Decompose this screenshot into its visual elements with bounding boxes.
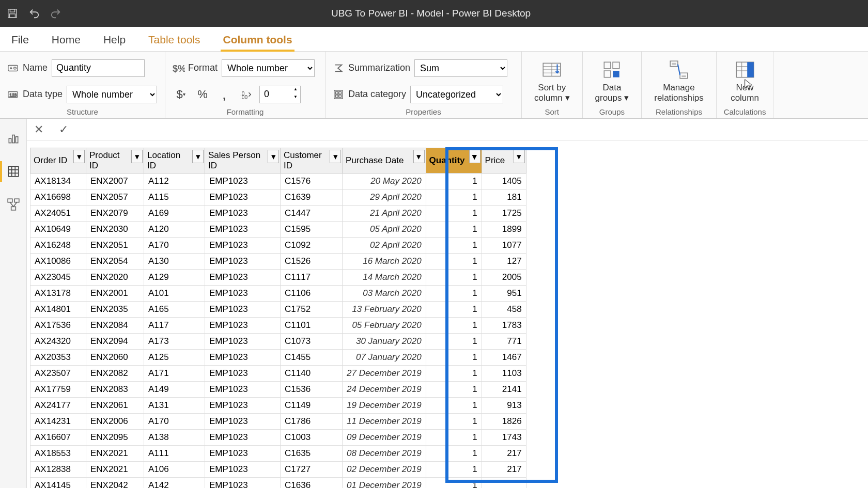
table-row[interactable]: AX17536ENX2084A117EMP1023C110105 Februar… bbox=[30, 318, 526, 334]
svg-rect-21 bbox=[605, 71, 611, 77]
name-input[interactable] bbox=[52, 59, 145, 77]
window-title: UBG To Power BI - Model - Power BI Deskt… bbox=[62, 8, 800, 19]
table-row[interactable]: AX14801ENX2035A165EMP1023C175213 Februar… bbox=[30, 302, 526, 318]
table-row[interactable]: AX18553ENX2021A111EMP1023C163508 Decembe… bbox=[30, 446, 526, 462]
manage-relationships-button[interactable]: Managerelationships bbox=[649, 57, 708, 106]
table-row[interactable]: AX23507ENX2082A171EMP1023C114027 Decembe… bbox=[30, 366, 526, 382]
cell-customer-id: C1455 bbox=[281, 350, 343, 366]
datatype-select[interactable]: Whole number bbox=[67, 86, 157, 103]
cell-location-id: A129 bbox=[144, 270, 205, 286]
table-row[interactable]: AX10086ENX2054A130EMP1023C152616 March 2… bbox=[30, 254, 526, 270]
col-header-purchase-date[interactable]: Purchase Date▾ bbox=[343, 148, 426, 174]
percent-button[interactable]: % bbox=[194, 86, 211, 103]
col-header-product-id[interactable]: Product ID▾ bbox=[86, 148, 144, 174]
cell-sales-person-id: EMP1023 bbox=[205, 286, 281, 302]
cell-product-id: ENX2079 bbox=[86, 206, 144, 222]
tab-column-tools[interactable]: Column tools bbox=[221, 29, 294, 51]
tab-home[interactable]: Home bbox=[50, 29, 83, 51]
nav-report-icon[interactable] bbox=[6, 131, 21, 146]
col-header-order-id[interactable]: Order ID▾ bbox=[30, 148, 86, 174]
cursor-icon bbox=[743, 77, 754, 91]
cell-order-id: AX16607 bbox=[30, 430, 86, 446]
undo-icon[interactable] bbox=[28, 7, 40, 20]
filter-dropdown-icon[interactable]: ▾ bbox=[413, 150, 425, 163]
col-header-price[interactable]: Price▾ bbox=[482, 148, 526, 174]
comma-button[interactable]: , bbox=[216, 86, 233, 103]
save-icon[interactable] bbox=[6, 7, 19, 20]
svg-rect-34 bbox=[9, 138, 11, 143]
formula-accept-button[interactable]: ✓ bbox=[56, 122, 71, 137]
table-row[interactable]: AX20353ENX2060A125EMP1023C145507 January… bbox=[30, 350, 526, 366]
format-select[interactable]: Whole number bbox=[222, 59, 315, 77]
cell-order-id: AX17536 bbox=[30, 318, 86, 334]
col-header-customer-id[interactable]: Customer ID▾ bbox=[281, 148, 343, 174]
cell-order-id: AX13178 bbox=[30, 286, 86, 302]
cell-product-id: ENX2094 bbox=[86, 334, 144, 350]
table-row[interactable]: AX24051ENX2079A169EMP1023C144721 April 2… bbox=[30, 206, 526, 222]
cell-location-id: A170 bbox=[144, 414, 205, 430]
table-row[interactable]: AX17759ENX2083A149EMP1023C153624 Decembe… bbox=[30, 382, 526, 398]
cell-sales-person-id: EMP1023 bbox=[205, 238, 281, 254]
cell-price: 1783 bbox=[482, 318, 526, 334]
data-groups-button[interactable]: Datagroups ▾ bbox=[590, 57, 634, 106]
tab-help[interactable]: Help bbox=[101, 29, 128, 51]
table-row[interactable]: AX16607ENX2095A138EMP1023C100309 Decembe… bbox=[30, 430, 526, 446]
sort-by-column-button[interactable]: Sort bycolumn ▾ bbox=[529, 57, 575, 106]
cell-customer-id: C1635 bbox=[281, 446, 343, 462]
cell-quantity: 1 bbox=[426, 238, 482, 254]
cell-location-id: A120 bbox=[144, 222, 205, 238]
decimals-up[interactable]: ▲ bbox=[291, 87, 300, 95]
col-header-quantity[interactable]: Quantity▾ bbox=[426, 148, 482, 174]
ribbon-group-sort: Sort bycolumn ▾ Sort bbox=[522, 52, 583, 118]
cell-purchase-date: 11 December 2019 bbox=[343, 414, 426, 430]
cell-order-id: AX10649 bbox=[30, 222, 86, 238]
decimal-button[interactable]: .0.00 bbox=[238, 86, 254, 103]
filter-dropdown-icon[interactable]: ▾ bbox=[514, 150, 525, 163]
filter-dropdown-icon[interactable]: ▾ bbox=[268, 150, 279, 163]
table-row[interactable]: AX24177ENX2061A131EMP1023C114919 Decembe… bbox=[30, 398, 526, 414]
svg-rect-2 bbox=[10, 14, 16, 18]
tab-table-tools[interactable]: Table tools bbox=[146, 29, 202, 51]
cell-order-id: AX16698 bbox=[30, 190, 86, 206]
filter-dropdown-icon[interactable]: ▾ bbox=[192, 150, 204, 163]
table-row[interactable]: AX16248ENX2051A170EMP1023C109202 April 2… bbox=[30, 238, 526, 254]
cell-purchase-date: 30 January 2020 bbox=[343, 334, 426, 350]
formula-cancel-button[interactable]: ✕ bbox=[31, 122, 47, 137]
filter-dropdown-icon[interactable]: ▾ bbox=[131, 150, 143, 163]
nav-model-icon[interactable] bbox=[6, 197, 21, 212]
col-header-sales-person-id[interactable]: Sales Person ID▾ bbox=[205, 148, 281, 174]
table-row[interactable]: AX18134ENX2007A112EMP1023C157620 May 202… bbox=[30, 174, 526, 190]
redo-icon[interactable] bbox=[50, 7, 62, 20]
table-row[interactable]: AX24320ENX2094A173EMP1023C107330 January… bbox=[30, 334, 526, 350]
svg-rect-33 bbox=[747, 62, 754, 77]
cell-product-id: ENX2020 bbox=[86, 270, 144, 286]
table-row[interactable]: AX14231ENX2006A170EMP1023C178611 Decembe… bbox=[30, 414, 526, 430]
table-row[interactable]: AX23045ENX2020A129EMP1023C111714 March 2… bbox=[30, 270, 526, 286]
group-label-properties: Properties bbox=[333, 107, 514, 117]
cell-customer-id: C1526 bbox=[281, 254, 343, 270]
table-row[interactable]: AX13178ENX2001A101EMP1023C110603 March 2… bbox=[30, 286, 526, 302]
datacategory-select[interactable]: Uncategorized bbox=[410, 86, 503, 103]
decimals-down[interactable]: ▼ bbox=[291, 95, 300, 102]
format-icon: $% bbox=[173, 62, 184, 74]
cell-quantity: 1 bbox=[426, 174, 482, 190]
cell-product-id: ENX2083 bbox=[86, 382, 144, 398]
cell-sales-person-id: EMP1023 bbox=[205, 190, 281, 206]
table-row[interactable]: AX16698ENX2057A115EMP1023C163929 April 2… bbox=[30, 190, 526, 206]
table-row[interactable]: AX12838ENX2021A106EMP1023C172702 Decembe… bbox=[30, 462, 526, 478]
cell-location-id: A171 bbox=[144, 366, 205, 382]
table-row[interactable]: AX10649ENX2030A120EMP1023C159505 April 2… bbox=[30, 222, 526, 238]
filter-dropdown-icon[interactable]: ▾ bbox=[469, 150, 481, 163]
svg-rect-36 bbox=[16, 137, 18, 143]
tab-file[interactable]: File bbox=[9, 29, 31, 51]
nav-data-icon[interactable] bbox=[6, 164, 21, 179]
table-row[interactable]: AX14145ENX2042A142EMP1023C163601 Decembe… bbox=[30, 478, 526, 489]
currency-button[interactable]: $▾ bbox=[173, 86, 189, 103]
cell-sales-person-id: EMP1023 bbox=[205, 382, 281, 398]
data-table: Order ID▾ Product ID▾ Location ID▾ Sales… bbox=[30, 148, 526, 488]
filter-dropdown-icon[interactable]: ▾ bbox=[330, 150, 341, 163]
col-header-location-id[interactable]: Location ID▾ bbox=[144, 148, 205, 174]
filter-dropdown-icon[interactable]: ▾ bbox=[73, 150, 85, 163]
summarization-select[interactable]: Sum bbox=[414, 59, 507, 77]
formula-input[interactable] bbox=[81, 119, 868, 140]
